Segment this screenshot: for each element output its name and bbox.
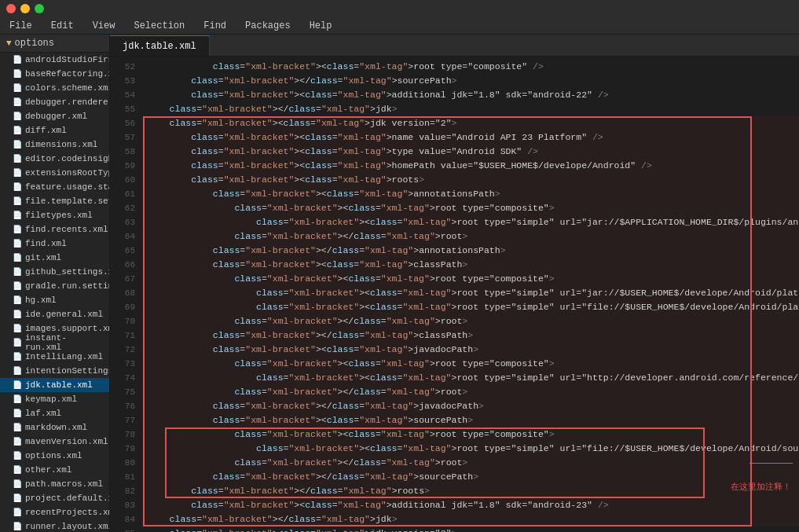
sidebar-item-30[interactable]: 📄 path.macros.xml: [0, 477, 109, 491]
line-number: 81: [110, 470, 135, 484]
tab-bar: jdk.table.xml: [110, 35, 799, 57]
line-number: 61: [110, 187, 135, 201]
code-line: class="xml-bracket"><class="xml-tag">cla…: [141, 258, 799, 272]
sidebar-item-16[interactable]: 📄 gradle.run.settings.xml: [0, 279, 109, 293]
code-line: class="xml-bracket"><class="xml-tag">roo…: [141, 371, 799, 385]
menu-file[interactable]: File: [6, 19, 35, 33]
sidebar-item-29[interactable]: 📄 other.xml: [0, 463, 109, 477]
code-line: class="xml-bracket"></class="xml-tag">ro…: [141, 456, 799, 470]
sidebar-item-15[interactable]: 📄 github_settings.xml: [0, 265, 109, 279]
minimize-button[interactable]: [20, 4, 30, 13]
sidebar-item-28[interactable]: 📄 options.xml: [0, 449, 109, 463]
file-icon: 📄: [13, 239, 22, 248]
sidebar-item-13[interactable]: 📄 find.xml: [0, 237, 109, 251]
file-icon: 📄: [13, 112, 22, 121]
code-line: class="xml-bracket"></class="xml-tag">jd…: [141, 512, 799, 526]
code-editor: 5253545556575859606162636465666768697071…: [110, 57, 799, 532]
line-number: 85: [110, 526, 135, 532]
sidebar-item-9[interactable]: 📄 feature.usage.statistics.: [0, 180, 109, 194]
sidebar-item-0[interactable]: 📄 androidStudioFirstRun.x: [0, 53, 109, 67]
code-line: class="xml-bracket"><class="xml-tag">roo…: [141, 442, 799, 456]
menu-help[interactable]: Help: [306, 19, 335, 33]
line-number: 80: [110, 456, 135, 470]
maximize-button[interactable]: [35, 4, 44, 13]
code-line: class="xml-bracket"><class="xml-tag">roo…: [141, 272, 799, 286]
sidebar-item-31[interactable]: 📄 project.default.xml: [0, 491, 109, 505]
sidebar-item-22[interactable]: 📄 intentionSettings.xml: [0, 364, 109, 378]
code-line: class="xml-bracket"><class="xml-tag">roo…: [141, 357, 799, 371]
sidebar-item-21[interactable]: 📄 IntelliLang.xml: [0, 350, 109, 364]
line-number: 55: [110, 102, 135, 116]
file-icon: 📄: [13, 196, 22, 206]
sidebar-item-7[interactable]: 📄 editor.codeinsight.xml: [0, 152, 109, 166]
menu-edit[interactable]: Edit: [48, 19, 77, 33]
file-icon: 📄: [13, 324, 22, 333]
file-icon: 📄: [13, 154, 22, 163]
line-number: 59: [110, 159, 135, 173]
code-line: class="xml-bracket"><class="xml-tag">jdk…: [141, 526, 799, 532]
sidebar-item-33[interactable]: 📄 runner.layout.xml: [0, 519, 109, 532]
sidebar-item-5[interactable]: 📄 diff.xml: [0, 123, 109, 138]
code-line: class="xml-bracket"><class="xml-tag">add…: [141, 88, 799, 102]
sidebar-item-20[interactable]: 📄 instant-run.xml: [0, 336, 109, 350]
file-icon: 📄: [13, 211, 22, 220]
sidebar-item-25[interactable]: 📄 laf.xml: [0, 406, 109, 420]
file-icon: 📄: [13, 182, 22, 192]
menu-selection[interactable]: Selection: [130, 19, 188, 33]
file-icon: 📄: [13, 423, 22, 432]
line-number: 71: [110, 328, 135, 343]
sidebar-item-27[interactable]: 📄 mavenVersion.xml: [0, 435, 109, 449]
code-line: class="xml-bracket"><class="xml-tag">add…: [141, 498, 799, 512]
code-line: class="xml-bracket"><class="xml-tag">jav…: [141, 343, 799, 357]
line-number: 77: [110, 413, 135, 427]
folder-icon: ▼: [6, 39, 12, 48]
sidebar-item-11[interactable]: 📄 filetypes.xml: [0, 208, 109, 222]
code-line: class="xml-bracket"><class="xml-tag">hom…: [141, 159, 799, 173]
file-icon: 📄: [13, 465, 22, 475]
menu-find[interactable]: Find: [200, 19, 229, 33]
line-number: 56: [110, 116, 135, 130]
sidebar-item-24[interactable]: 📄 keymap.xml: [0, 392, 109, 406]
line-number: 62: [110, 201, 135, 215]
sidebar-item-1[interactable]: 📄 baseRefactoring.xml: [0, 67, 109, 81]
code-line: class="xml-bracket"><class="xml-tag">roo…: [141, 300, 799, 314]
sidebar-item-4[interactable]: 📄 debugger.xml: [0, 109, 109, 123]
code-line: class="xml-bracket"><class="xml-tag">roo…: [141, 286, 799, 300]
sidebar-item-17[interactable]: 📄 hg.xml: [0, 293, 109, 307]
code-line: class="xml-bracket"></class="xml-tag">ro…: [141, 484, 799, 498]
file-icon: 📄: [13, 281, 22, 291]
tab-jdk-table[interactable]: jdk.table.xml: [110, 35, 210, 56]
sidebar-item-10[interactable]: 📄 file.template.settings.x: [0, 194, 109, 208]
file-icon: 📄: [13, 168, 22, 178]
line-number: 52: [110, 60, 135, 74]
sidebar-item-12[interactable]: 📄 find.recents.xml: [0, 222, 109, 237]
line-number: 75: [110, 385, 135, 399]
line-number: 73: [110, 357, 135, 371]
code-line: class="xml-bracket"><class="xml-tag">roo…: [141, 427, 799, 442]
sidebar-item-8[interactable]: 📄 extensionsRootType.xml: [0, 166, 109, 180]
sidebar-item-14[interactable]: 📄 git.xml: [0, 251, 109, 265]
sidebar-item-3[interactable]: 📄 debugger.renderers.xml: [0, 95, 109, 109]
line-number: 78: [110, 427, 135, 442]
sidebar-item-32[interactable]: 📄 recentProjects.xml: [0, 505, 109, 519]
code-line: class="xml-bracket"></class="xml-tag">cl…: [141, 328, 799, 343]
file-icon: 📄: [13, 310, 22, 319]
menu-packages[interactable]: Packages: [242, 19, 294, 33]
line-number: 66: [110, 258, 135, 272]
line-number: 53: [110, 74, 135, 88]
line-number: 58: [110, 145, 135, 159]
sidebar-item-26[interactable]: 📄 markdown.xml: [0, 420, 109, 435]
sidebar-item-jdk-table[interactable]: 📄 jdk.table.xml: [0, 378, 109, 392]
sidebar-item-2[interactable]: 📄 colors.scheme.xml: [0, 81, 109, 95]
line-number: 69: [110, 300, 135, 314]
sidebar-item-18[interactable]: 📄 ide.general.xml: [0, 307, 109, 321]
file-icon: 📄: [13, 409, 22, 418]
code-line: class="xml-bracket"></class="xml-tag">ro…: [141, 385, 799, 399]
code-content[interactable]: class="xml-bracket"><class="xml-tag">roo…: [141, 57, 799, 532]
menu-view[interactable]: View: [90, 19, 119, 33]
close-button[interactable]: [6, 4, 16, 13]
line-number: 63: [110, 215, 135, 229]
code-line: class="xml-bracket"><class="xml-tag">nam…: [141, 130, 799, 145]
line-numbers: 5253545556575859606162636465666768697071…: [110, 57, 141, 532]
sidebar-item-6[interactable]: 📄 dimensions.xml: [0, 138, 109, 152]
